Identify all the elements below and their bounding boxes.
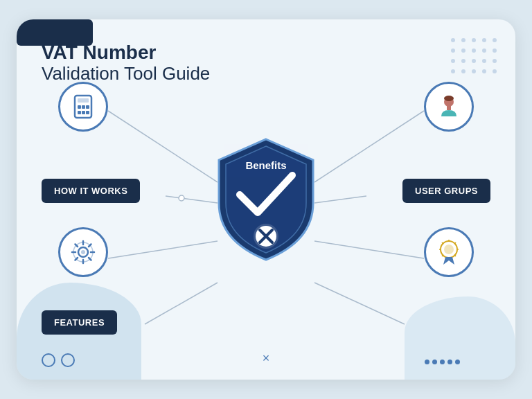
svg-point-4 — [493, 38, 497, 42]
svg-point-18 — [482, 69, 486, 73]
bg-blob-bottom-right — [405, 296, 515, 380]
svg-point-3 — [482, 38, 486, 42]
title-bold: VAT Number — [42, 42, 210, 64]
user-icon — [434, 92, 463, 121]
svg-point-14 — [493, 59, 497, 63]
svg-point-6 — [461, 48, 466, 53]
svg-point-12 — [472, 59, 476, 63]
svg-point-16 — [461, 69, 466, 73]
svg-line-21 — [314, 111, 424, 182]
svg-point-8 — [482, 48, 486, 53]
svg-rect-31 — [78, 105, 81, 109]
dot-4 — [447, 360, 452, 364]
svg-point-19 — [493, 69, 497, 73]
svg-point-7 — [472, 48, 476, 53]
main-card: VAT Number Validation Tool Guide — [17, 19, 515, 380]
title-light: Validation Tool Guide — [42, 64, 210, 85]
features-label[interactable]: FEATURES — [42, 310, 117, 335]
decorative-circle-2 — [61, 353, 75, 367]
user-icon-circle — [424, 82, 474, 132]
svg-line-27 — [314, 283, 405, 324]
svg-point-60 — [444, 245, 454, 254]
svg-point-28 — [179, 195, 184, 201]
svg-line-24 — [108, 241, 218, 258]
dot-5 — [455, 360, 460, 364]
svg-line-22 — [166, 196, 218, 203]
award-icon — [434, 237, 464, 267]
calculator-icon — [69, 93, 97, 121]
svg-point-10 — [451, 59, 455, 63]
svg-line-23 — [314, 196, 366, 203]
decorative-x-bottom: × — [263, 351, 270, 366]
shield-svg — [211, 134, 321, 265]
svg-point-15 — [451, 69, 455, 73]
svg-point-0 — [451, 38, 455, 42]
dot-3 — [440, 360, 445, 364]
svg-point-2 — [472, 38, 476, 42]
dot-1 — [425, 360, 429, 364]
decorative-circle-1 — [42, 353, 55, 367]
svg-line-20 — [108, 111, 218, 182]
svg-point-11 — [461, 59, 466, 63]
svg-rect-39 — [447, 106, 451, 110]
title-area: VAT Number Validation Tool Guide — [42, 42, 210, 85]
gear-icon — [68, 237, 98, 267]
user-groups-label[interactable]: USER GRUPS — [402, 179, 490, 203]
svg-point-13 — [482, 59, 486, 63]
svg-point-41 — [81, 250, 85, 254]
svg-rect-30 — [78, 98, 89, 103]
decorative-dots-top-right — [446, 33, 502, 89]
award-icon-circle — [424, 227, 474, 277]
svg-point-5 — [451, 48, 455, 53]
svg-rect-34 — [78, 111, 81, 114]
dot-2 — [432, 360, 437, 364]
how-it-works-label[interactable]: HOW IT WORKS — [42, 179, 140, 203]
svg-point-17 — [472, 69, 476, 73]
gear-icon-circle — [58, 227, 108, 277]
svg-point-1 — [461, 38, 466, 42]
svg-point-9 — [493, 48, 497, 53]
svg-line-25 — [314, 241, 424, 258]
svg-rect-36 — [86, 111, 89, 114]
svg-rect-32 — [82, 105, 85, 109]
svg-line-26 — [145, 283, 218, 324]
svg-rect-35 — [82, 111, 85, 114]
shield-graphic — [211, 134, 321, 265]
svg-rect-33 — [86, 105, 89, 109]
decorative-dots-bottom-right — [425, 360, 460, 364]
calculator-icon-circle — [58, 82, 108, 132]
svg-point-38 — [444, 96, 454, 101]
